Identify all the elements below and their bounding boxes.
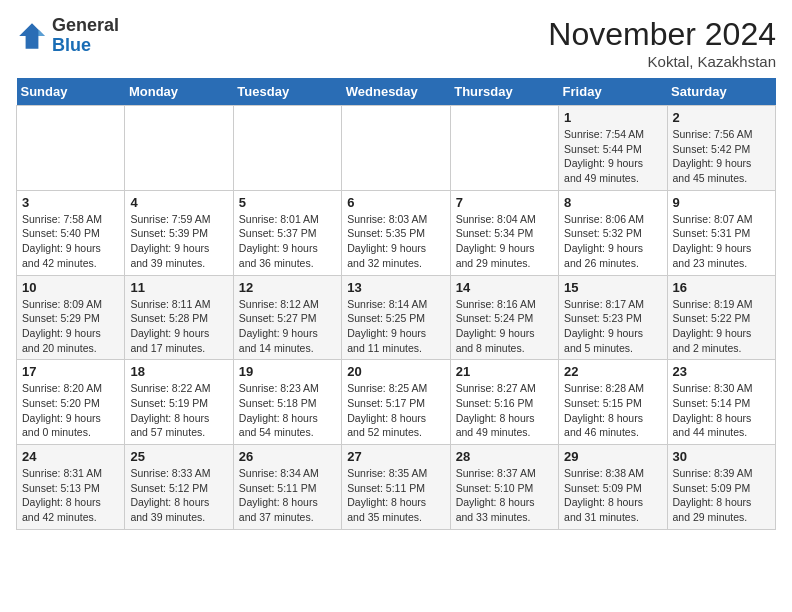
- day-number: 21: [456, 364, 553, 379]
- calendar-week-row: 24Sunrise: 8:31 AM Sunset: 5:13 PM Dayli…: [17, 445, 776, 530]
- day-info: Sunrise: 7:56 AM Sunset: 5:42 PM Dayligh…: [673, 127, 770, 186]
- day-number: 10: [22, 280, 119, 295]
- calendar-day: 26Sunrise: 8:34 AM Sunset: 5:11 PM Dayli…: [233, 445, 341, 530]
- day-header-saturday: Saturday: [667, 78, 775, 106]
- day-headers-row: SundayMondayTuesdayWednesdayThursdayFrid…: [17, 78, 776, 106]
- day-header-sunday: Sunday: [17, 78, 125, 106]
- day-number: 27: [347, 449, 444, 464]
- svg-marker-1: [38, 29, 44, 35]
- calendar-day: 10Sunrise: 8:09 AM Sunset: 5:29 PM Dayli…: [17, 275, 125, 360]
- day-number: 3: [22, 195, 119, 210]
- calendar-day: 11Sunrise: 8:11 AM Sunset: 5:28 PM Dayli…: [125, 275, 233, 360]
- calendar-day: 30Sunrise: 8:39 AM Sunset: 5:09 PM Dayli…: [667, 445, 775, 530]
- calendar-day: 22Sunrise: 8:28 AM Sunset: 5:15 PM Dayli…: [559, 360, 667, 445]
- day-number: 1: [564, 110, 661, 125]
- day-info: Sunrise: 8:14 AM Sunset: 5:25 PM Dayligh…: [347, 297, 444, 356]
- day-header-wednesday: Wednesday: [342, 78, 450, 106]
- calendar-day: [233, 106, 341, 191]
- day-number: 25: [130, 449, 227, 464]
- day-header-tuesday: Tuesday: [233, 78, 341, 106]
- day-number: 17: [22, 364, 119, 379]
- day-info: Sunrise: 7:58 AM Sunset: 5:40 PM Dayligh…: [22, 212, 119, 271]
- day-number: 15: [564, 280, 661, 295]
- calendar-day: 1Sunrise: 7:54 AM Sunset: 5:44 PM Daylig…: [559, 106, 667, 191]
- calendar-day: 16Sunrise: 8:19 AM Sunset: 5:22 PM Dayli…: [667, 275, 775, 360]
- day-number: 7: [456, 195, 553, 210]
- calendar-week-row: 17Sunrise: 8:20 AM Sunset: 5:20 PM Dayli…: [17, 360, 776, 445]
- calendar-day: 27Sunrise: 8:35 AM Sunset: 5:11 PM Dayli…: [342, 445, 450, 530]
- month-title: November 2024: [548, 16, 776, 53]
- day-number: 16: [673, 280, 770, 295]
- day-number: 2: [673, 110, 770, 125]
- calendar-day: 24Sunrise: 8:31 AM Sunset: 5:13 PM Dayli…: [17, 445, 125, 530]
- calendar-day: 7Sunrise: 8:04 AM Sunset: 5:34 PM Daylig…: [450, 190, 558, 275]
- calendar-day: 9Sunrise: 8:07 AM Sunset: 5:31 PM Daylig…: [667, 190, 775, 275]
- day-info: Sunrise: 8:12 AM Sunset: 5:27 PM Dayligh…: [239, 297, 336, 356]
- calendar-day: 5Sunrise: 8:01 AM Sunset: 5:37 PM Daylig…: [233, 190, 341, 275]
- calendar-table: SundayMondayTuesdayWednesdayThursdayFrid…: [16, 78, 776, 530]
- day-number: 22: [564, 364, 661, 379]
- calendar-day: 19Sunrise: 8:23 AM Sunset: 5:18 PM Dayli…: [233, 360, 341, 445]
- day-number: 18: [130, 364, 227, 379]
- day-info: Sunrise: 8:37 AM Sunset: 5:10 PM Dayligh…: [456, 466, 553, 525]
- day-header-monday: Monday: [125, 78, 233, 106]
- calendar-week-row: 1Sunrise: 7:54 AM Sunset: 5:44 PM Daylig…: [17, 106, 776, 191]
- day-number: 20: [347, 364, 444, 379]
- day-header-friday: Friday: [559, 78, 667, 106]
- calendar-day: 12Sunrise: 8:12 AM Sunset: 5:27 PM Dayli…: [233, 275, 341, 360]
- calendar-day: 8Sunrise: 8:06 AM Sunset: 5:32 PM Daylig…: [559, 190, 667, 275]
- calendar-day: 25Sunrise: 8:33 AM Sunset: 5:12 PM Dayli…: [125, 445, 233, 530]
- day-info: Sunrise: 8:23 AM Sunset: 5:18 PM Dayligh…: [239, 381, 336, 440]
- day-info: Sunrise: 7:59 AM Sunset: 5:39 PM Dayligh…: [130, 212, 227, 271]
- location-subtitle: Koktal, Kazakhstan: [548, 53, 776, 70]
- day-info: Sunrise: 8:34 AM Sunset: 5:11 PM Dayligh…: [239, 466, 336, 525]
- day-number: 26: [239, 449, 336, 464]
- calendar-day: 20Sunrise: 8:25 AM Sunset: 5:17 PM Dayli…: [342, 360, 450, 445]
- header: General Blue November 2024 Koktal, Kazak…: [16, 16, 776, 70]
- day-info: Sunrise: 8:35 AM Sunset: 5:11 PM Dayligh…: [347, 466, 444, 525]
- day-number: 13: [347, 280, 444, 295]
- logo-text: General Blue: [52, 16, 119, 56]
- calendar-day: 6Sunrise: 8:03 AM Sunset: 5:35 PM Daylig…: [342, 190, 450, 275]
- calendar-day: 4Sunrise: 7:59 AM Sunset: 5:39 PM Daylig…: [125, 190, 233, 275]
- calendar-day: 29Sunrise: 8:38 AM Sunset: 5:09 PM Dayli…: [559, 445, 667, 530]
- day-number: 8: [564, 195, 661, 210]
- day-number: 29: [564, 449, 661, 464]
- calendar-day: 21Sunrise: 8:27 AM Sunset: 5:16 PM Dayli…: [450, 360, 558, 445]
- calendar-week-row: 10Sunrise: 8:09 AM Sunset: 5:29 PM Dayli…: [17, 275, 776, 360]
- day-info: Sunrise: 8:19 AM Sunset: 5:22 PM Dayligh…: [673, 297, 770, 356]
- day-info: Sunrise: 8:20 AM Sunset: 5:20 PM Dayligh…: [22, 381, 119, 440]
- day-number: 23: [673, 364, 770, 379]
- day-info: Sunrise: 8:28 AM Sunset: 5:15 PM Dayligh…: [564, 381, 661, 440]
- day-number: 14: [456, 280, 553, 295]
- day-number: 11: [130, 280, 227, 295]
- day-number: 4: [130, 195, 227, 210]
- day-number: 30: [673, 449, 770, 464]
- day-info: Sunrise: 8:06 AM Sunset: 5:32 PM Dayligh…: [564, 212, 661, 271]
- day-header-thursday: Thursday: [450, 78, 558, 106]
- day-info: Sunrise: 8:17 AM Sunset: 5:23 PM Dayligh…: [564, 297, 661, 356]
- calendar-day: 17Sunrise: 8:20 AM Sunset: 5:20 PM Dayli…: [17, 360, 125, 445]
- day-number: 5: [239, 195, 336, 210]
- day-info: Sunrise: 8:01 AM Sunset: 5:37 PM Dayligh…: [239, 212, 336, 271]
- day-info: Sunrise: 8:38 AM Sunset: 5:09 PM Dayligh…: [564, 466, 661, 525]
- day-info: Sunrise: 8:16 AM Sunset: 5:24 PM Dayligh…: [456, 297, 553, 356]
- calendar-day: [125, 106, 233, 191]
- day-number: 6: [347, 195, 444, 210]
- calendar-day: 28Sunrise: 8:37 AM Sunset: 5:10 PM Dayli…: [450, 445, 558, 530]
- day-info: Sunrise: 8:39 AM Sunset: 5:09 PM Dayligh…: [673, 466, 770, 525]
- day-number: 24: [22, 449, 119, 464]
- title-area: November 2024 Koktal, Kazakhstan: [548, 16, 776, 70]
- day-info: Sunrise: 8:30 AM Sunset: 5:14 PM Dayligh…: [673, 381, 770, 440]
- day-info: Sunrise: 8:11 AM Sunset: 5:28 PM Dayligh…: [130, 297, 227, 356]
- day-info: Sunrise: 8:33 AM Sunset: 5:12 PM Dayligh…: [130, 466, 227, 525]
- day-info: Sunrise: 8:03 AM Sunset: 5:35 PM Dayligh…: [347, 212, 444, 271]
- calendar-day: 13Sunrise: 8:14 AM Sunset: 5:25 PM Dayli…: [342, 275, 450, 360]
- calendar-day: [342, 106, 450, 191]
- calendar-week-row: 3Sunrise: 7:58 AM Sunset: 5:40 PM Daylig…: [17, 190, 776, 275]
- day-number: 9: [673, 195, 770, 210]
- day-number: 19: [239, 364, 336, 379]
- day-info: Sunrise: 8:25 AM Sunset: 5:17 PM Dayligh…: [347, 381, 444, 440]
- logo: General Blue: [16, 16, 119, 56]
- day-info: Sunrise: 8:04 AM Sunset: 5:34 PM Dayligh…: [456, 212, 553, 271]
